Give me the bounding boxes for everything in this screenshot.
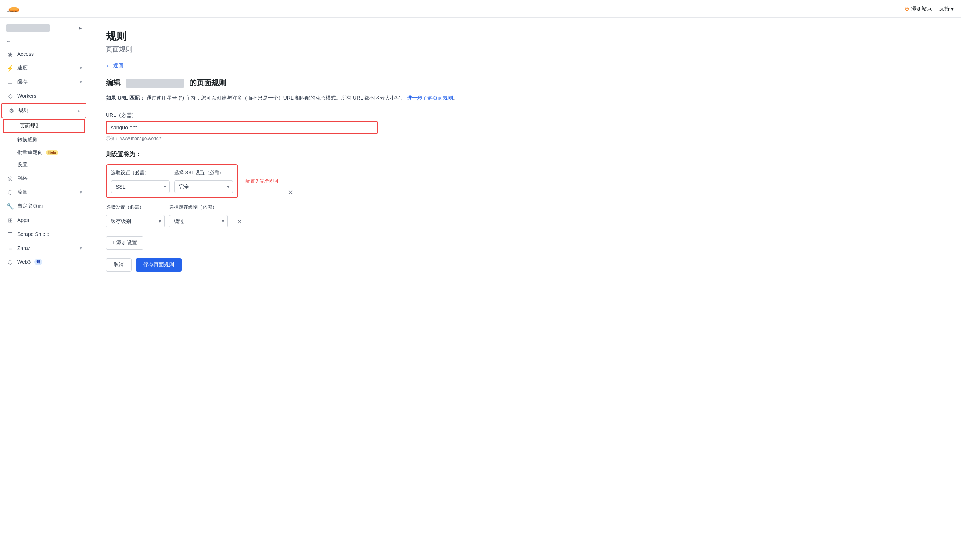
sidebar-back-button[interactable]: ← xyxy=(0,35,88,47)
rules-icon: ⚙ xyxy=(8,107,15,114)
select-cache-level[interactable]: 绕过 无查询字符串 标准 忽略查询字符串 激进 xyxy=(169,215,228,228)
url-hint-value: www.mobage.world/* xyxy=(120,136,161,141)
edit-section-title: 编辑 的页面规则 xyxy=(106,78,943,88)
speed-icon: ⚡ xyxy=(7,65,14,71)
select-cache-level-wrapper: 绕过 无查询字符串 标准 忽略查询字符串 激进 ▾ xyxy=(169,215,228,228)
cache-setting-group: 选取设置（必需） 缓存级别 SSL 安全级别 ▾ 选择缓存级别（必需） 绕过 无… xyxy=(106,204,943,228)
rules-submenu: 页面规则 转换规则 批量重定向 Beta 设置 xyxy=(0,119,88,171)
info-text: 通过使用星号 (*) 字符，您可以创建与许多（而不只是一个）URL 相匹配的动态… xyxy=(146,95,405,101)
cancel-button[interactable]: 取消 xyxy=(106,258,132,271)
main-content: 规则 页面规则 ← 返回 编辑 的页面规则 如果 URL 匹配： 通过使用星号 … xyxy=(88,18,961,560)
sidebar-sub-settings[interactable]: 设置 xyxy=(0,159,88,171)
transform-rules-label: 转换规则 xyxy=(17,137,38,143)
apps-icon: ⊞ xyxy=(7,217,14,223)
select-setting-1[interactable]: SSL 缓存级别 安全级别 浏览器缓存 TTL xyxy=(111,180,170,193)
sidebar-sub-bulk-redirect[interactable]: 批量重定向 Beta xyxy=(0,146,88,159)
remove-cache-setting-button[interactable]: ✕ xyxy=(235,217,244,228)
select-cache-setting-group: 选取设置（必需） 缓存级别 SSL 安全级别 ▾ xyxy=(106,204,165,228)
url-hint-prefix: 示例： xyxy=(106,136,119,141)
sidebar-zaraz-label: Zaraz xyxy=(17,245,31,251)
sidebar-item-apps[interactable]: ⊞ Apps xyxy=(0,213,88,227)
select-cache-level-label: 选择缓存级别（必需） xyxy=(169,204,228,210)
beta-badge: Beta xyxy=(46,150,58,155)
support-button[interactable]: 支持 ▾ xyxy=(939,5,954,12)
sidebar-item-access-inner: ◉ Access xyxy=(7,51,34,57)
url-input[interactable] xyxy=(106,121,378,134)
sidebar-item-web3-inner: ⬡ Web3 新 xyxy=(7,259,42,265)
back-label: 返回 xyxy=(113,63,124,69)
support-label: 支持 xyxy=(939,5,950,12)
save-button[interactable]: 保存页面规则 xyxy=(136,258,182,271)
add-setting-button[interactable]: + 添加设置 xyxy=(106,236,143,249)
select-ssl-label: 选择 SSL 设置（必需） xyxy=(174,169,233,176)
cloudflare-logo: CLOUDFLARE xyxy=(7,4,21,14)
select-setting-label-1: 选取设置（必需） xyxy=(111,169,170,176)
svg-text:CLOUDFLARE: CLOUDFLARE xyxy=(7,11,18,13)
logo-area: CLOUDFLARE xyxy=(7,4,21,14)
sidebar-sub-transform-rules[interactable]: 转换规则 xyxy=(0,134,88,146)
web3-icon: ⬡ xyxy=(7,259,14,265)
sidebar-item-workers-inner: ◇ Workers xyxy=(7,93,36,99)
sidebar-item-access[interactable]: ◉ Access xyxy=(0,47,88,61)
sidebar-item-network[interactable]: ◎ 网络 xyxy=(0,171,88,185)
back-link[interactable]: ← 返回 xyxy=(106,63,943,69)
select-cache-setting[interactable]: 缓存级别 SSL 安全级别 xyxy=(106,215,165,228)
main-layout: ▶ ← ◉ Access ⚡ 速度 ▾ ☰ 缓存 ▾ xyxy=(0,18,961,560)
back-arrow-icon: ← xyxy=(6,38,11,44)
sidebar-scrape-shield-label: Scrape Shield xyxy=(17,231,49,237)
sidebar-item-scrape-shield[interactable]: ☰ Scrape Shield xyxy=(0,227,88,241)
select-ssl[interactable]: 完全 灵活 严格 关闭 xyxy=(174,180,233,193)
traffic-icon: ⬡ xyxy=(7,189,14,196)
sidebar-item-web3[interactable]: ⬡ Web3 新 xyxy=(0,255,88,269)
back-arrow-icon: ← xyxy=(106,63,111,69)
sidebar-traffic-label: 流量 xyxy=(17,189,27,196)
sidebar-sub-page-rules[interactable]: 页面规则 xyxy=(3,119,85,133)
page-rules-label: 页面规则 xyxy=(20,123,40,128)
sidebar-item-cache-inner: ☰ 缓存 xyxy=(7,79,27,85)
url-hint: 示例： www.mobage.world/* xyxy=(106,136,943,142)
sidebar-domain[interactable]: ▶ xyxy=(0,21,88,35)
sidebar-item-workers[interactable]: ◇ Workers xyxy=(0,89,88,103)
speed-arrow-icon: ▾ xyxy=(80,66,82,71)
scrape-shield-icon: ☰ xyxy=(7,231,14,237)
cache-icon: ☰ xyxy=(7,79,14,85)
web3-new-badge: 新 xyxy=(34,259,42,265)
url-label: URL（必需） xyxy=(106,112,943,119)
select-setting-group-1: 选取设置（必需） SSL 缓存级别 安全级别 浏览器缓存 TTL ▾ xyxy=(111,169,170,193)
network-icon: ◎ xyxy=(7,175,14,181)
top-navigation: CLOUDFLARE ⊕ 添加站点 支持 ▾ xyxy=(0,0,961,18)
support-arrow-icon: ▾ xyxy=(951,6,954,12)
top-nav-right: ⊕ 添加站点 支持 ▾ xyxy=(905,5,954,12)
add-site-button[interactable]: ⊕ 添加站点 xyxy=(905,5,932,12)
zaraz-icon: ≡ xyxy=(7,245,14,251)
sidebar-workers-label: Workers xyxy=(17,93,36,99)
sidebar-item-traffic-inner: ⬡ 流量 xyxy=(7,189,27,196)
sidebar-item-custom-pages-inner: 🔧 自定义页面 xyxy=(7,203,43,209)
sidebar-item-rules[interactable]: ⚙ 规则 ▴ xyxy=(2,103,86,118)
sidebar-item-speed[interactable]: ⚡ 速度 ▾ xyxy=(0,61,88,75)
domain-name-placeholder xyxy=(6,24,50,32)
remove-ssl-setting-button[interactable]: ✕ xyxy=(286,187,295,198)
edit-domain-blurred xyxy=(126,79,185,88)
traffic-arrow-icon: ▾ xyxy=(80,189,82,195)
edit-title-suffix: 的页面规则 xyxy=(189,79,226,87)
sidebar-item-scrape-shield-inner: ☰ Scrape Shield xyxy=(7,231,49,237)
sidebar-speed-label: 速度 xyxy=(17,65,27,71)
sidebar-item-cache[interactable]: ☰ 缓存 ▾ xyxy=(0,75,88,89)
select-cache-level-group: 选择缓存级别（必需） 绕过 无查询字符串 标准 忽略查询字符串 激进 ▾ xyxy=(169,204,228,228)
plus-icon: ⊕ xyxy=(905,5,909,12)
settings-then-label: 则设置将为： xyxy=(106,151,943,158)
sidebar-item-zaraz[interactable]: ≡ Zaraz ▾ xyxy=(0,241,88,255)
select-ssl-wrapper: 完全 灵活 严格 关闭 ▾ xyxy=(174,180,233,193)
info-prefix: 如果 URL 匹配： xyxy=(106,95,145,101)
sidebar-item-custom-pages[interactable]: 🔧 自定义页面 xyxy=(0,199,88,213)
zaraz-arrow-icon: ▾ xyxy=(80,246,82,250)
sidebar-item-speed-inner: ⚡ 速度 xyxy=(7,65,27,71)
select-cache-setting-wrapper: 缓存级别 SSL 安全级别 ▾ xyxy=(106,215,165,228)
sidebar-item-traffic[interactable]: ⬡ 流量 ▾ xyxy=(0,185,88,199)
sidebar-item-network-inner: ◎ 网络 xyxy=(7,175,27,181)
sidebar-apps-label: Apps xyxy=(17,217,29,223)
learn-more-link[interactable]: 进一步了解页面规则 xyxy=(407,95,453,101)
sidebar: ▶ ← ◉ Access ⚡ 速度 ▾ ☰ 缓存 ▾ xyxy=(0,18,88,560)
sidebar-item-apps-inner: ⊞ Apps xyxy=(7,217,29,223)
